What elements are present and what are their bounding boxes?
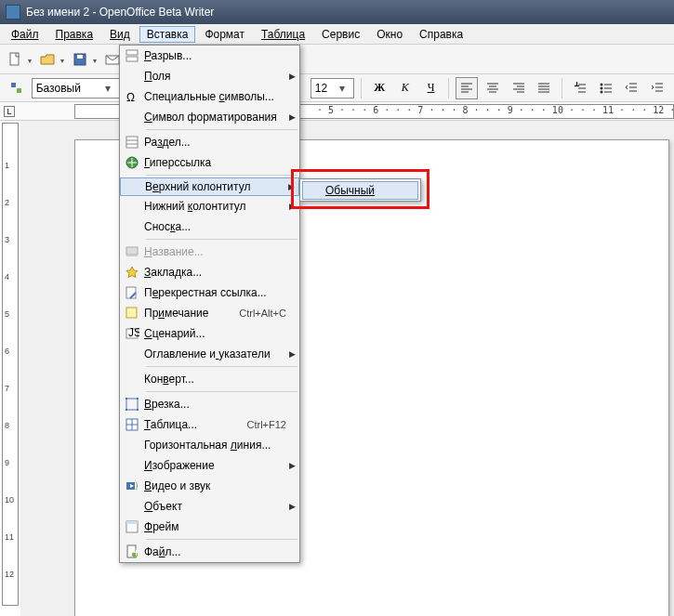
iframe-icon — [120, 517, 144, 537]
svg-rect-12 — [126, 57, 138, 61]
menu-insert[interactable]: Вставка — [139, 26, 196, 43]
menu-item-label: Название... — [144, 245, 299, 258]
svg-rect-18 — [126, 247, 138, 255]
svg-rect-28 — [137, 409, 139, 411]
menu-item[interactable]: Поля▶ — [120, 66, 299, 86]
increase-indent-button[interactable] — [646, 77, 668, 99]
menu-item[interactable]: Верхний колонтитул▶ — [120, 177, 299, 196]
menu-item[interactable]: Раздел... — [120, 132, 299, 152]
svg-rect-27 — [126, 409, 127, 411]
menu-help[interactable]: Справка — [412, 26, 470, 43]
blank-icon — [120, 66, 144, 86]
underline-button[interactable]: Ч — [420, 77, 443, 99]
align-justify-button[interactable] — [533, 77, 555, 99]
open-button[interactable] — [36, 48, 59, 71]
menu-item[interactable]: Оглавление и указатели▶ — [120, 344, 299, 364]
menu-shortcut: Ctrl+Alt+C — [239, 308, 299, 319]
break-icon — [120, 46, 144, 66]
menu-item[interactable]: Нижний колонтитул▶ — [120, 196, 299, 216]
table-icon — [120, 414, 144, 435]
font-size-combo[interactable]: 12 ▾ — [311, 78, 354, 98]
open-dropdown[interactable] — [60, 53, 67, 66]
bulleted-list-button[interactable] — [595, 77, 617, 99]
submenu-arrow-icon: ▶ — [289, 72, 296, 81]
new-doc-dropdown[interactable] — [28, 53, 34, 66]
menu-item[interactable]: Видео и звук — [120, 476, 299, 496]
standard-toolbar — [0, 45, 674, 74]
svg-rect-24 — [126, 399, 138, 410]
menu-item[interactable]: Таблица...Ctrl+F12 — [120, 414, 299, 435]
menu-item-label: Объект — [144, 500, 299, 513]
section-icon — [120, 132, 144, 152]
menu-item[interactable]: ПримечаниеCtrl+Alt+C — [120, 303, 299, 323]
save-button[interactable] — [69, 48, 91, 71]
menu-item[interactable]: +Файл... — [120, 542, 299, 562]
save-dropdown[interactable] — [93, 53, 99, 66]
menu-item-label: Сценарий... — [144, 327, 299, 340]
numbered-list-button[interactable]: 1 — [569, 77, 591, 99]
menu-item-label: Видео и звук — [144, 479, 299, 492]
submenu-default[interactable]: Обычный — [302, 181, 418, 200]
toolbar-sep — [562, 78, 562, 98]
menu-item[interactable]: Перекрестная ссылка... — [120, 282, 299, 303]
styles-button[interactable] — [6, 77, 28, 99]
blank-icon — [120, 216, 144, 237]
formatting-toolbar: Базовый ▾ 12 ▾ Ж К Ч 1 — [0, 74, 674, 102]
menu-item-label: Специальные символы... — [144, 90, 299, 103]
align-left-button[interactable] — [456, 77, 478, 99]
menu-item[interactable]: Горизонтальная линия... — [120, 435, 299, 455]
menu-edit[interactable]: Правка — [48, 26, 101, 43]
italic-button[interactable]: К — [394, 77, 416, 99]
svg-rect-5 — [11, 83, 16, 87]
tab-stop-selector[interactable]: L — [4, 106, 15, 117]
vertical-ruler[interactable]: 1 2 3 4 5 6 7 8 9 10 11 12 — [0, 121, 20, 616]
para-style-value: Базовый — [36, 82, 100, 95]
submenu-label: Обычный — [325, 184, 417, 197]
menu-view[interactable]: Вид — [102, 26, 138, 43]
menu-item[interactable]: Символ форматирования▶ — [120, 107, 299, 127]
menu-item-label: Изображение — [144, 459, 299, 472]
menu-item[interactable]: ΩСпециальные символы... — [120, 86, 299, 107]
bold-button[interactable]: Ж — [368, 77, 390, 99]
menu-item[interactable]: Конверт... — [120, 369, 299, 389]
menu-tools[interactable]: Сервис — [314, 26, 367, 43]
dropdown-arrow-icon: ▾ — [100, 82, 115, 95]
menu-table[interactable]: Таблица — [254, 26, 312, 43]
decrease-indent-button[interactable] — [621, 77, 643, 99]
submenu-arrow-icon: ▶ — [289, 461, 296, 470]
svg-rect-26 — [137, 398, 139, 400]
align-center-button[interactable] — [482, 77, 504, 99]
menu-item[interactable]: Объект▶ — [120, 496, 299, 517]
menu-item[interactable]: Закладка... — [120, 262, 299, 282]
svg-rect-14 — [126, 137, 138, 148]
caption-icon — [120, 242, 144, 262]
blank-icon — [120, 435, 144, 455]
submenu-arrow-icon: ▶ — [289, 112, 296, 122]
menu-item[interactable]: Изображение▶ — [120, 455, 299, 476]
menu-item[interactable]: Разрыв... — [120, 46, 299, 66]
menu-file[interactable]: Файл — [4, 26, 46, 43]
menu-item-label: Оглавление и указатели — [144, 347, 299, 360]
menu-item[interactable]: Врезка... — [120, 394, 299, 414]
menu-window[interactable]: Окно — [369, 26, 410, 43]
para-style-combo[interactable]: Базовый ▾ — [32, 78, 120, 98]
bookmark-icon — [120, 262, 144, 282]
svg-rect-6 — [17, 88, 21, 93]
new-doc-button[interactable] — [4, 48, 26, 71]
menu-separator — [146, 239, 297, 240]
font-size-value: 12 — [315, 82, 335, 95]
align-right-button[interactable] — [508, 77, 530, 99]
script-icon: JS — [120, 323, 144, 344]
menu-item[interactable]: Фрейм — [120, 517, 299, 537]
app-icon — [6, 5, 20, 20]
menu-item[interactable]: Гиперссылка — [120, 152, 299, 173]
menu-item[interactable]: JSСценарий... — [120, 323, 299, 344]
menu-item[interactable]: Сноска... — [120, 216, 299, 237]
omega-icon: Ω — [120, 86, 144, 107]
menu-item-label: Верхний колонтитул — [145, 180, 298, 193]
toolbar-sep — [448, 78, 449, 98]
menu-item-label: Файл... — [144, 545, 299, 558]
menu-format[interactable]: Формат — [197, 26, 252, 43]
note-icon — [120, 303, 144, 323]
blank-icon — [120, 107, 144, 127]
